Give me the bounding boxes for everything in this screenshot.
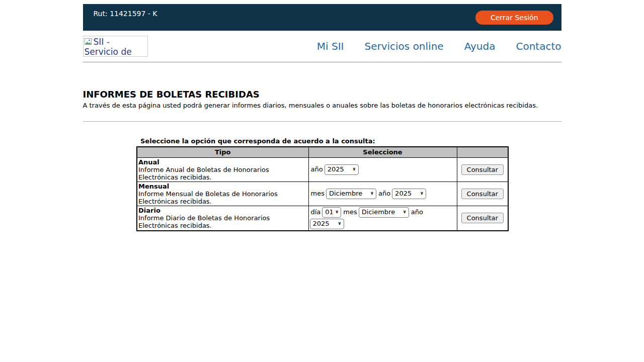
- nav-ayuda[interactable]: Ayuda: [464, 40, 496, 52]
- section-divider: [83, 121, 561, 122]
- report-table: Tipo Seleccione Anual Informe Anual de B…: [136, 146, 509, 231]
- report-row-anual: Anual Informe Anual de Boletas de Honora…: [137, 157, 508, 182]
- main-nav: Mi SII Servicios online Ayuda Contacto: [317, 40, 561, 52]
- consultar-button-mensual[interactable]: Consultar: [461, 189, 504, 199]
- diario-select-cell: día01∨mesDiciembre∨año2025∨: [308, 206, 457, 231]
- diario-year-select[interactable]: 2025: [310, 219, 344, 229]
- mensual-action-cell: Consultar: [457, 182, 508, 206]
- diario-day-label: día: [311, 208, 321, 216]
- mensual-year-label: año: [378, 190, 390, 197]
- anual-type-description: Informe Anual de Boletas de Honorarios E…: [138, 166, 307, 181]
- diario-type-description: Informe Diario de Boletas de Honorarios …: [138, 214, 307, 229]
- diario-month-label: mes: [343, 208, 357, 216]
- report-row-mensual: Mensual Informe Mensual de Boletas de Ho…: [137, 182, 508, 206]
- consultar-button-diario[interactable]: Consultar: [461, 213, 504, 223]
- nav-servicios-online[interactable]: Servicios online: [364, 40, 443, 52]
- page-description: A través de esta página usted podrá gene…: [83, 102, 561, 109]
- table-header-row: Tipo Seleccione: [137, 147, 508, 157]
- diario-year-label: año: [411, 208, 423, 216]
- mensual-month-label: mes: [311, 190, 325, 197]
- mensual-type-cell: Mensual Informe Mensual de Boletas de Ho…: [137, 182, 308, 206]
- nav-mi-sii[interactable]: Mi SII: [317, 40, 344, 52]
- anual-year-label: año: [311, 165, 323, 173]
- nav-contacto[interactable]: Contacto: [516, 40, 561, 52]
- anual-type-label: Anual: [138, 158, 307, 166]
- header: SII - Servicio de Mi SII Servicios onlin…: [83, 31, 561, 62]
- anual-year-select[interactable]: 2025: [325, 164, 359, 175]
- topbar: Rut: 11421597 - K Cerrar Sesión: [83, 4, 561, 31]
- diario-type-cell: Diario Informe Diario de Boletas de Hono…: [137, 206, 308, 231]
- anual-action-cell: Consultar: [457, 157, 508, 182]
- diario-day-select[interactable]: 01: [322, 207, 341, 218]
- header-divider: [83, 62, 561, 62]
- consult-section: Seleccione la opción que corresponda de …: [136, 137, 508, 231]
- mensual-month-select[interactable]: Diciembre: [326, 189, 376, 199]
- mensual-select-cell: mesDiciembre∨año2025∨: [308, 182, 457, 206]
- diario-month-select[interactable]: Diciembre: [359, 207, 409, 218]
- anual-type-cell: Anual Informe Anual de Boletas de Honora…: [137, 157, 308, 182]
- sii-logo-link[interactable]: SII - Servicio de: [83, 36, 148, 57]
- anual-select-cell: año2025∨: [308, 157, 457, 182]
- report-row-diario: Diario Informe Diario de Boletas de Hono…: [137, 206, 508, 231]
- consultar-button-anual[interactable]: Consultar: [461, 164, 504, 175]
- mensual-type-description: Informe Mensual de Boletas de Honorarios…: [138, 190, 307, 205]
- mensual-year-select[interactable]: 2025: [392, 189, 426, 199]
- page-title: INFORMES DE BOLETAS RECIBIDAS: [83, 89, 561, 100]
- logout-button[interactable]: Cerrar Sesión: [475, 11, 553, 25]
- column-header-seleccione: Seleccione: [308, 147, 457, 157]
- diario-type-label: Diario: [138, 207, 307, 214]
- column-header-tipo: Tipo: [137, 147, 308, 157]
- column-header-actions: [457, 147, 508, 157]
- section-heading: Seleccione la opción que corresponda de …: [136, 137, 508, 145]
- broken-image-icon: [85, 38, 93, 46]
- mensual-type-label: Mensual: [138, 183, 307, 190]
- page-container: Rut: 11421597 - K Cerrar Sesión SII - Se…: [83, 4, 561, 231]
- rut-label: Rut: 11421597 - K: [94, 10, 157, 18]
- diario-action-cell: Consultar: [457, 206, 508, 231]
